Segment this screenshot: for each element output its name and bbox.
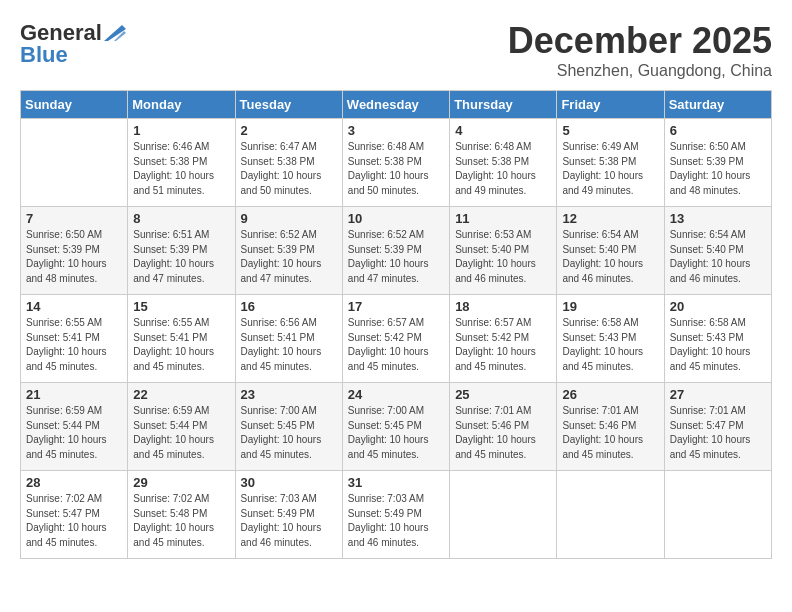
week-row-5: 28 Sunrise: 7:02 AMSunset: 5:47 PMDaylig… [21,471,772,559]
day-info: Sunrise: 6:58 AMSunset: 5:43 PMDaylight:… [670,316,766,374]
day-number: 8 [133,211,229,226]
day-number: 23 [241,387,337,402]
month-title: December 2025 [508,20,772,62]
day-number: 30 [241,475,337,490]
day-number: 18 [455,299,551,314]
day-number: 29 [133,475,229,490]
calendar-table: SundayMondayTuesdayWednesdayThursdayFrid… [20,90,772,559]
day-info: Sunrise: 6:52 AMSunset: 5:39 PMDaylight:… [241,228,337,286]
page-header: General Blue December 2025 Shenzhen, Gua… [20,20,772,80]
day-number: 27 [670,387,766,402]
day-info: Sunrise: 6:48 AMSunset: 5:38 PMDaylight:… [348,140,444,198]
location-subtitle: Shenzhen, Guangdong, China [508,62,772,80]
col-header-saturday: Saturday [664,91,771,119]
day-cell: 28 Sunrise: 7:02 AMSunset: 5:47 PMDaylig… [21,471,128,559]
day-number: 31 [348,475,444,490]
day-info: Sunrise: 6:53 AMSunset: 5:40 PMDaylight:… [455,228,551,286]
day-info: Sunrise: 6:58 AMSunset: 5:43 PMDaylight:… [562,316,658,374]
day-cell: 19 Sunrise: 6:58 AMSunset: 5:43 PMDaylig… [557,295,664,383]
col-header-tuesday: Tuesday [235,91,342,119]
week-row-3: 14 Sunrise: 6:55 AMSunset: 5:41 PMDaylig… [21,295,772,383]
day-info: Sunrise: 6:55 AMSunset: 5:41 PMDaylight:… [133,316,229,374]
day-cell [557,471,664,559]
day-number: 9 [241,211,337,226]
day-info: Sunrise: 7:02 AMSunset: 5:47 PMDaylight:… [26,492,122,550]
day-number: 3 [348,123,444,138]
day-cell: 22 Sunrise: 6:59 AMSunset: 5:44 PMDaylig… [128,383,235,471]
day-cell: 16 Sunrise: 6:56 AMSunset: 5:41 PMDaylig… [235,295,342,383]
col-header-friday: Friday [557,91,664,119]
day-cell: 2 Sunrise: 6:47 AMSunset: 5:38 PMDayligh… [235,119,342,207]
day-cell: 21 Sunrise: 6:59 AMSunset: 5:44 PMDaylig… [21,383,128,471]
day-info: Sunrise: 7:01 AMSunset: 5:46 PMDaylight:… [455,404,551,462]
day-number: 4 [455,123,551,138]
day-number: 28 [26,475,122,490]
day-cell: 9 Sunrise: 6:52 AMSunset: 5:39 PMDayligh… [235,207,342,295]
day-number: 12 [562,211,658,226]
day-cell: 20 Sunrise: 6:58 AMSunset: 5:43 PMDaylig… [664,295,771,383]
day-number: 5 [562,123,658,138]
day-info: Sunrise: 7:01 AMSunset: 5:47 PMDaylight:… [670,404,766,462]
day-number: 22 [133,387,229,402]
day-info: Sunrise: 7:03 AMSunset: 5:49 PMDaylight:… [348,492,444,550]
week-row-2: 7 Sunrise: 6:50 AMSunset: 5:39 PMDayligh… [21,207,772,295]
day-info: Sunrise: 6:59 AMSunset: 5:44 PMDaylight:… [26,404,122,462]
day-info: Sunrise: 6:49 AMSunset: 5:38 PMDaylight:… [562,140,658,198]
day-cell: 5 Sunrise: 6:49 AMSunset: 5:38 PMDayligh… [557,119,664,207]
day-number: 20 [670,299,766,314]
day-number: 14 [26,299,122,314]
day-cell [21,119,128,207]
day-cell: 17 Sunrise: 6:57 AMSunset: 5:42 PMDaylig… [342,295,449,383]
day-cell: 31 Sunrise: 7:03 AMSunset: 5:49 PMDaylig… [342,471,449,559]
day-number: 16 [241,299,337,314]
day-info: Sunrise: 6:50 AMSunset: 5:39 PMDaylight:… [670,140,766,198]
day-number: 19 [562,299,658,314]
day-number: 21 [26,387,122,402]
day-number: 17 [348,299,444,314]
day-cell: 4 Sunrise: 6:48 AMSunset: 5:38 PMDayligh… [450,119,557,207]
day-info: Sunrise: 7:00 AMSunset: 5:45 PMDaylight:… [241,404,337,462]
col-header-thursday: Thursday [450,91,557,119]
title-block: December 2025 Shenzhen, Guangdong, China [508,20,772,80]
day-cell: 14 Sunrise: 6:55 AMSunset: 5:41 PMDaylig… [21,295,128,383]
day-info: Sunrise: 7:03 AMSunset: 5:49 PMDaylight:… [241,492,337,550]
day-cell: 11 Sunrise: 6:53 AMSunset: 5:40 PMDaylig… [450,207,557,295]
day-number: 26 [562,387,658,402]
day-info: Sunrise: 6:48 AMSunset: 5:38 PMDaylight:… [455,140,551,198]
day-cell: 30 Sunrise: 7:03 AMSunset: 5:49 PMDaylig… [235,471,342,559]
header-row: SundayMondayTuesdayWednesdayThursdayFrid… [21,91,772,119]
day-number: 10 [348,211,444,226]
day-info: Sunrise: 6:51 AMSunset: 5:39 PMDaylight:… [133,228,229,286]
day-info: Sunrise: 7:01 AMSunset: 5:46 PMDaylight:… [562,404,658,462]
week-row-1: 1 Sunrise: 6:46 AMSunset: 5:38 PMDayligh… [21,119,772,207]
day-info: Sunrise: 7:00 AMSunset: 5:45 PMDaylight:… [348,404,444,462]
day-number: 2 [241,123,337,138]
day-cell: 7 Sunrise: 6:50 AMSunset: 5:39 PMDayligh… [21,207,128,295]
day-cell: 29 Sunrise: 7:02 AMSunset: 5:48 PMDaylig… [128,471,235,559]
day-info: Sunrise: 6:57 AMSunset: 5:42 PMDaylight:… [455,316,551,374]
day-number: 6 [670,123,766,138]
day-number: 25 [455,387,551,402]
day-info: Sunrise: 6:50 AMSunset: 5:39 PMDaylight:… [26,228,122,286]
day-cell: 8 Sunrise: 6:51 AMSunset: 5:39 PMDayligh… [128,207,235,295]
day-info: Sunrise: 6:46 AMSunset: 5:38 PMDaylight:… [133,140,229,198]
day-number: 7 [26,211,122,226]
week-row-4: 21 Sunrise: 6:59 AMSunset: 5:44 PMDaylig… [21,383,772,471]
day-info: Sunrise: 6:55 AMSunset: 5:41 PMDaylight:… [26,316,122,374]
day-number: 15 [133,299,229,314]
day-info: Sunrise: 7:02 AMSunset: 5:48 PMDaylight:… [133,492,229,550]
day-cell [450,471,557,559]
logo: General Blue [20,20,126,68]
day-number: 1 [133,123,229,138]
day-number: 13 [670,211,766,226]
day-info: Sunrise: 6:47 AMSunset: 5:38 PMDaylight:… [241,140,337,198]
col-header-wednesday: Wednesday [342,91,449,119]
day-cell: 23 Sunrise: 7:00 AMSunset: 5:45 PMDaylig… [235,383,342,471]
day-info: Sunrise: 6:52 AMSunset: 5:39 PMDaylight:… [348,228,444,286]
day-info: Sunrise: 6:56 AMSunset: 5:41 PMDaylight:… [241,316,337,374]
day-cell: 10 Sunrise: 6:52 AMSunset: 5:39 PMDaylig… [342,207,449,295]
day-info: Sunrise: 6:59 AMSunset: 5:44 PMDaylight:… [133,404,229,462]
day-cell [664,471,771,559]
day-cell: 25 Sunrise: 7:01 AMSunset: 5:46 PMDaylig… [450,383,557,471]
day-cell: 13 Sunrise: 6:54 AMSunset: 5:40 PMDaylig… [664,207,771,295]
